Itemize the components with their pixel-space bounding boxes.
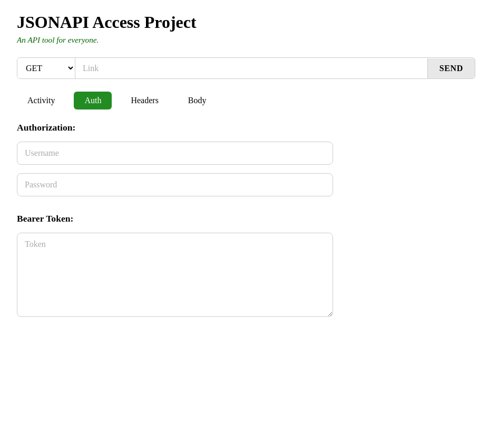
tab-auth[interactable]: Auth: [74, 92, 112, 109]
request-bar: GET POST PUT DELETE PATCH SEND: [17, 57, 475, 79]
auth-section: Authorization:: [17, 122, 472, 196]
method-select[interactable]: GET POST PUT DELETE PATCH: [17, 58, 75, 78]
tab-activity[interactable]: Activity: [17, 92, 65, 109]
bearer-token-section: Bearer Token:: [17, 213, 472, 317]
token-textarea[interactable]: [17, 233, 333, 317]
bearer-token-label: Bearer Token:: [17, 213, 472, 224]
password-input[interactable]: [17, 173, 333, 196]
tab-body[interactable]: Body: [178, 92, 217, 109]
username-input[interactable]: [17, 142, 333, 165]
url-input[interactable]: [75, 58, 427, 78]
tabs-container: Activity Auth Headers Body: [17, 92, 472, 109]
tab-headers[interactable]: Headers: [120, 92, 169, 109]
authorization-label: Authorization:: [17, 122, 472, 133]
send-button[interactable]: SEND: [427, 58, 475, 78]
page-subtitle: An API tool for everyone.: [17, 35, 472, 45]
page-title: JSONAPI Access Project: [17, 13, 472, 32]
